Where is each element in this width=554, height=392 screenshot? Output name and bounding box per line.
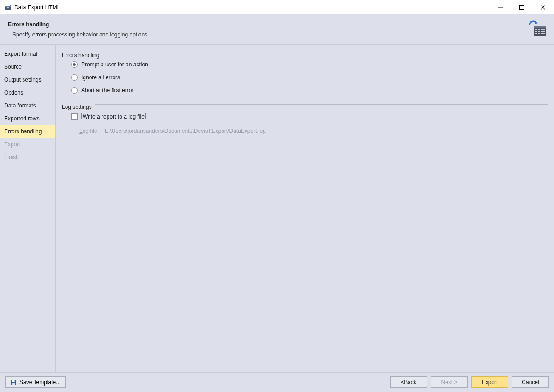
nav-options[interactable]: Options bbox=[0, 86, 55, 99]
save-icon bbox=[10, 379, 17, 386]
titlebar: Data Export HTML bbox=[0, 0, 554, 14]
radio-prompt-user[interactable]: Prompt a user for an action bbox=[71, 61, 548, 68]
radio-ignore-errors[interactable]: Ignore all errors bbox=[71, 74, 548, 81]
radio-abort-label: Abort at the first error bbox=[81, 87, 133, 94]
nav-source[interactable]: Source bbox=[0, 60, 55, 73]
svg-rect-10 bbox=[541, 29, 543, 30]
svg-rect-3 bbox=[7, 7, 8, 8]
nav-exported-rows[interactable]: Exported rows bbox=[0, 112, 55, 125]
radio-ignore-label: Ignore all errors bbox=[81, 74, 120, 81]
nav-data-formats[interactable]: Data formats bbox=[0, 99, 55, 112]
log-file-label: Log file: bbox=[79, 128, 99, 134]
next-button: Next > bbox=[431, 376, 468, 388]
radio-prompt-label: Prompt a user for an action bbox=[81, 61, 148, 68]
checkbox-icon bbox=[71, 113, 78, 120]
svg-rect-9 bbox=[538, 29, 540, 30]
nav-export: Export bbox=[0, 138, 55, 151]
svg-rect-11 bbox=[543, 29, 545, 30]
maximize-button[interactable] bbox=[511, 0, 532, 14]
svg-rect-22 bbox=[12, 380, 15, 382]
export-button[interactable]: Export bbox=[471, 376, 508, 388]
radio-icon bbox=[71, 61, 78, 68]
minimize-icon bbox=[498, 5, 503, 10]
page-description: Specify errors processing behavior and l… bbox=[12, 31, 149, 38]
svg-rect-24 bbox=[14, 380, 15, 381]
maximize-icon bbox=[519, 5, 524, 10]
svg-rect-14 bbox=[541, 31, 543, 32]
app-icon bbox=[4, 4, 12, 11]
nav-output-settings[interactable]: Output settings bbox=[0, 73, 55, 86]
radio-abort-first-error[interactable]: Abort at the first error bbox=[71, 87, 548, 94]
log-file-input: E:\Users\jordansanders\Documents\Devart\… bbox=[102, 126, 548, 136]
svg-rect-13 bbox=[538, 31, 540, 32]
log-settings-legend: Log settings bbox=[62, 104, 95, 110]
svg-rect-6 bbox=[520, 5, 524, 9]
svg-rect-20 bbox=[534, 26, 546, 28]
svg-rect-19 bbox=[543, 33, 545, 34]
checkbox-write-log-label: Write a report to a log file bbox=[81, 113, 146, 120]
minimize-button[interactable] bbox=[490, 0, 511, 14]
svg-rect-2 bbox=[6, 7, 6, 8]
svg-rect-12 bbox=[535, 31, 537, 32]
window-title: Data Export HTML bbox=[14, 4, 60, 11]
svg-rect-23 bbox=[12, 383, 15, 385]
page-title: Errors handling bbox=[8, 21, 149, 28]
content-panel: Errors handling Prompt a user for an act… bbox=[56, 45, 554, 372]
export-icon bbox=[529, 20, 547, 38]
footer-bar: Save Template... < Back Next > Export Ca… bbox=[0, 372, 554, 392]
svg-rect-16 bbox=[535, 33, 537, 34]
close-button[interactable] bbox=[532, 0, 554, 14]
radio-icon bbox=[71, 87, 78, 94]
browse-ellipsis-button: ··· bbox=[540, 127, 546, 134]
svg-rect-17 bbox=[538, 33, 540, 34]
svg-rect-8 bbox=[535, 29, 537, 30]
errors-handling-group: Errors handling Prompt a user for an act… bbox=[62, 53, 548, 101]
svg-rect-5 bbox=[498, 7, 503, 7]
log-file-value: E:\Users\jordansanders\Documents\Devart\… bbox=[105, 128, 266, 134]
close-icon bbox=[541, 5, 545, 10]
save-template-label: Save Template... bbox=[19, 379, 60, 386]
nav-finish: Finish bbox=[0, 151, 55, 164]
log-settings-group: Log settings Write a report to a log fil… bbox=[62, 104, 548, 141]
save-template-button[interactable]: Save Template... bbox=[5, 376, 66, 388]
back-button[interactable]: < Back bbox=[390, 376, 427, 388]
svg-rect-15 bbox=[543, 31, 545, 32]
wizard-sidebar: Export format Source Output settings Opt… bbox=[0, 45, 56, 372]
radio-icon bbox=[71, 74, 78, 81]
svg-rect-18 bbox=[541, 33, 543, 34]
nav-export-format[interactable]: Export format bbox=[0, 48, 55, 60]
checkbox-write-log[interactable]: Write a report to a log file bbox=[71, 113, 548, 120]
nav-errors-handling[interactable]: Errors handling bbox=[0, 125, 55, 138]
header-band: Errors handling Specify errors processin… bbox=[0, 14, 554, 45]
cancel-button[interactable]: Cancel bbox=[512, 376, 549, 388]
errors-handling-legend: Errors handling bbox=[62, 52, 102, 59]
svg-rect-4 bbox=[8, 7, 9, 8]
